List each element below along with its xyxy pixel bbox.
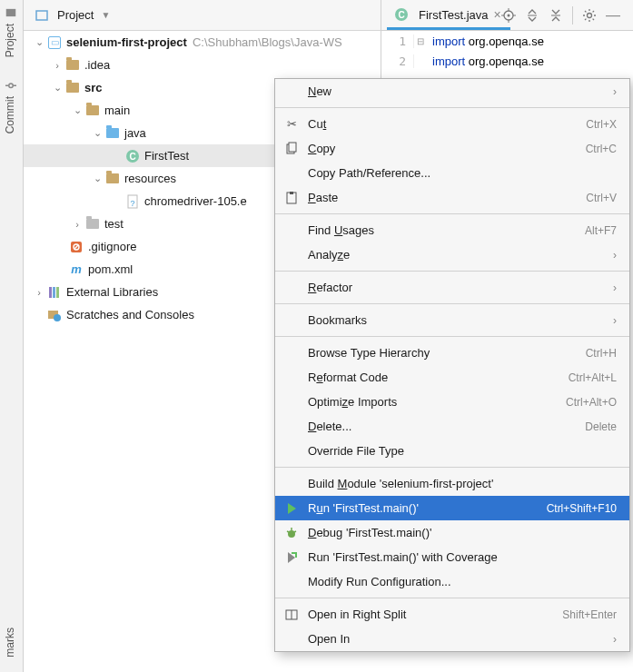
project-view-icon	[35, 8, 49, 23]
separator	[275, 213, 629, 214]
label: Modify Run Configuration...	[308, 575, 617, 588]
ctx-new[interactable]: New›	[275, 79, 629, 104]
ctx-run[interactable]: Run 'FirstTest.main()'Ctrl+Shift+F10	[275, 496, 629, 520]
ctx-browse-hierarchy[interactable]: Browse Type HierarchyCtrl+H	[275, 341, 629, 365]
svg-rect-29	[289, 143, 296, 152]
svg-text:C: C	[398, 10, 404, 20]
shortcut: Shift+Enter	[562, 608, 617, 621]
ctx-analyze[interactable]: Analyze›	[275, 242, 629, 267]
label: Run 'FirstTest.main()' with Coverage	[308, 550, 617, 564]
label: Open in Right Split	[308, 608, 553, 621]
class-icon: C	[125, 149, 140, 163]
ctx-copy-path[interactable]: Copy Path/Reference...	[275, 161, 629, 185]
svg-text:?: ?	[130, 199, 134, 208]
folder-icon	[65, 81, 80, 95]
label: Override File Type	[308, 444, 617, 458]
svg-rect-31	[290, 192, 293, 194]
module-icon: ▭	[47, 35, 62, 50]
label: Open In	[308, 632, 604, 646]
cut-icon: ✂	[284, 117, 299, 132]
sidebar-tab-project[interactable]: Project	[0, 0, 20, 64]
copy-icon	[284, 142, 299, 156]
maven-icon: m	[69, 262, 84, 277]
svg-line-34	[287, 531, 289, 532]
separator	[275, 271, 629, 272]
svg-point-25	[54, 314, 61, 321]
project-icon	[5, 7, 15, 18]
node-label: pom.xml	[88, 262, 133, 276]
ctx-run-coverage[interactable]: Run 'FirstTest.main()' with Coverage	[275, 545, 629, 569]
chevron-down-icon[interactable]: ⌄	[33, 36, 45, 49]
editor-tab-firsttest[interactable]: C FirstTest.java ×	[387, 2, 510, 30]
submenu-arrow-icon: ›	[613, 633, 617, 646]
ctx-paste[interactable]: PasteCtrl+V	[275, 185, 629, 210]
node-label: External Libraries	[66, 285, 158, 299]
folder-icon	[65, 58, 80, 73]
svg-point-1	[9, 84, 14, 88]
ctx-debug[interactable]: Debug 'FirstTest.main()'	[275, 520, 629, 545]
svg-point-32	[288, 530, 295, 538]
node-label: java	[124, 126, 146, 140]
svg-rect-22	[53, 287, 55, 298]
sidebar-tab-commit[interactable]: Commit	[0, 73, 20, 141]
ctx-open-right-split[interactable]: Open in Right SplitShift+Enter	[275, 602, 629, 627]
chevron-right-icon[interactable]: ›	[33, 286, 45, 299]
tree-node-idea[interactable]: › .idea	[24, 54, 381, 76]
ctx-refactor[interactable]: Refactor›	[275, 275, 629, 300]
folder-icon	[85, 104, 100, 118]
ctx-delete[interactable]: Delete...Delete	[275, 414, 629, 439]
ctx-open-in[interactable]: Open In›	[275, 627, 629, 651]
ctx-cut[interactable]: ✂CutCtrl+X	[275, 112, 629, 136]
editor: C FirstTest.java × 1 ⊟ import org.openqa…	[381, 0, 633, 82]
debug-icon	[284, 526, 299, 540]
sidebar-tab-bookmarks[interactable]: marks	[0, 620, 20, 665]
tab-label: FirstTest.java	[419, 8, 489, 22]
ctx-modify-run-config[interactable]: Modify Run Configuration...	[275, 569, 629, 594]
close-icon[interactable]: ×	[494, 7, 501, 22]
fold-icon[interactable]: ⊟	[414, 36, 427, 46]
side-tab-strip: Project Commit marks	[0, 0, 24, 672]
editor-tab-bar: C FirstTest.java ×	[381, 0, 633, 31]
chevron-right-icon[interactable]: ›	[71, 218, 84, 231]
class-icon: C	[394, 7, 409, 22]
context-menu: New› ✂CutCtrl+X CopyCtrl+C Copy Path/Ref…	[274, 78, 630, 652]
shortcut: Alt+F7	[585, 224, 617, 237]
shortcut: Ctrl+X	[586, 118, 617, 131]
chevron-down-icon[interactable]: ⌄	[91, 173, 104, 185]
root-path: C:\Shubham\Blogs\Java-WS	[193, 35, 342, 49]
node-label: .gitignore	[88, 240, 136, 253]
chevron-right-icon[interactable]: ›	[51, 59, 64, 72]
svg-line-35	[294, 531, 296, 532]
submenu-arrow-icon: ›	[613, 249, 617, 262]
node-label: chromedriver-105.e	[144, 194, 247, 208]
project-view-selector[interactable]: Project ▼	[29, 6, 115, 25]
file-unknown-icon: ?	[125, 194, 140, 209]
resources-folder-icon	[105, 172, 120, 186]
shortcut: Ctrl+H	[586, 347, 617, 360]
ctx-build-module[interactable]: Build Module 'selenium-first-project'	[275, 471, 629, 496]
chevron-down-icon[interactable]: ⌄	[91, 127, 104, 140]
shortcut: Ctrl+Alt+L	[569, 371, 617, 384]
source-folder-icon	[105, 126, 120, 141]
line-number: 2	[381, 54, 414, 68]
ctx-override-filetype[interactable]: Override File Type	[275, 439, 629, 463]
submenu-arrow-icon: ›	[613, 85, 617, 98]
submenu-arrow-icon: ›	[613, 282, 617, 294]
dropdown-icon: ▼	[101, 10, 110, 20]
chevron-down-icon[interactable]: ⌄	[71, 104, 84, 117]
label: Browse Type Hierarchy	[308, 346, 577, 360]
node-label: Scratches and Consoles	[66, 308, 194, 321]
ctx-reformat-code[interactable]: Reformat CodeCtrl+Alt+L	[275, 365, 629, 390]
coverage-icon	[284, 550, 299, 565]
project-tab-label: Project	[4, 24, 16, 57]
ctx-find-usages[interactable]: Find UsagesAlt+F7	[275, 218, 629, 242]
label: Bookmarks	[308, 313, 604, 327]
chevron-down-icon[interactable]: ⌄	[51, 82, 64, 94]
ctx-copy[interactable]: CopyCtrl+C	[275, 136, 629, 161]
ctx-optimize-imports[interactable]: Optimize ImportsCtrl+Alt+O	[275, 390, 629, 414]
ctx-bookmarks[interactable]: Bookmarks›	[275, 308, 629, 332]
commit-tab-label: Commit	[4, 96, 16, 133]
tree-node-root[interactable]: ⌄ ▭ selenium-first-project C:\Shubham\Bl…	[24, 31, 381, 54]
line-number: 1	[381, 35, 414, 48]
code-area[interactable]: 1 ⊟ import org.openqa.se 2 import org.op…	[381, 31, 633, 71]
